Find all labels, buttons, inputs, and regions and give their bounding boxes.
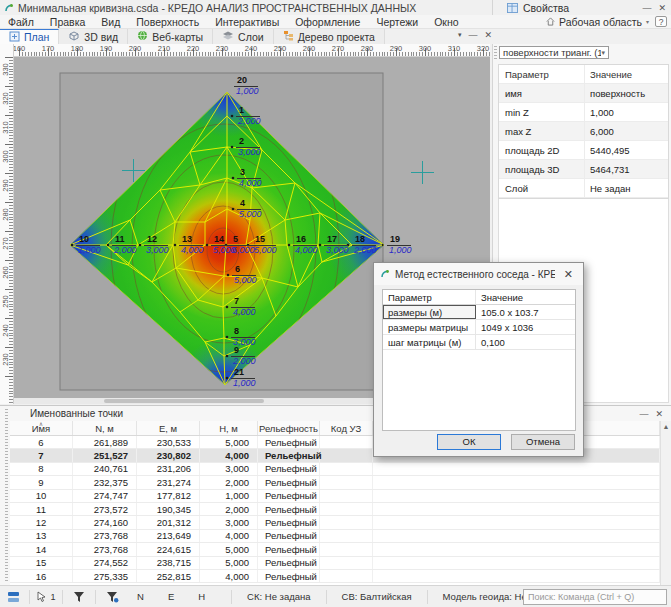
command-search-input[interactable] xyxy=(523,589,667,605)
dialog-parameter-row[interactable]: шаг матрицы (м)0,100 xyxy=(383,335,575,350)
table-row-point-15[interactable]: 15274,552238,7155,000Рельефный xyxy=(10,557,660,570)
table-row-point-12[interactable]: 12274,160201,3123,000Рельефный xyxy=(10,516,660,529)
help-icon[interactable]: ? xyxy=(655,16,667,27)
ruler-tick-label: 280 xyxy=(361,44,374,53)
ruler-tick-label: 310 xyxy=(448,44,461,53)
ok-button[interactable]: ОК xyxy=(437,434,501,450)
workspace-label: Рабочая область xyxy=(559,16,642,28)
menu-item-поверхность[interactable]: Поверхность xyxy=(128,16,207,28)
ruler-tick-label: 210 xyxy=(158,44,171,53)
layers-status-icon[interactable] xyxy=(0,588,26,606)
properties-panel-header: Свойства — ✕ xyxy=(492,0,671,15)
property-row[interactable]: имяповерхность xyxy=(499,84,668,103)
status-coord-n[interactable]: N xyxy=(125,591,156,602)
ruler-tick-label: 170 xyxy=(42,44,55,53)
column-header-4[interactable]: Рельефность xyxy=(258,421,320,435)
property-row[interactable]: min Z1,000 xyxy=(499,103,668,122)
table-row-point-13[interactable]: 13273,768213,6494,000Рельефный xyxy=(10,530,660,543)
properties-icon xyxy=(507,3,518,13)
sort-asc-icon: ∧ xyxy=(39,420,43,427)
view-tab-strip: План3D видВеб-картыСлоиДерево проекта ▾ … xyxy=(0,29,671,44)
column-header-2[interactable]: E, м xyxy=(137,421,200,435)
dialog-parameter-row[interactable]: размеры (м)105.0 x 103.7 xyxy=(383,305,575,320)
app-window: Минимальная кривизна.csda - КРЕДО АНАЛИЗ… xyxy=(0,0,671,607)
table-vertical-scrollbar[interactable]: ▲ xyxy=(660,421,671,586)
pane-menu-icon[interactable]: ▾ xyxy=(458,31,462,39)
panel-minimize-icon[interactable]: — xyxy=(639,409,648,419)
status-coordinate-system[interactable]: СК: Не задана xyxy=(235,591,322,602)
pane-close-icon[interactable]: ✕ xyxy=(485,30,493,40)
menu-item-файл[interactable]: Файл xyxy=(0,16,42,28)
column-header-1[interactable]: N, м xyxy=(73,421,137,435)
panel-grip[interactable] xyxy=(494,46,497,59)
menu-item-окно[interactable]: Окно xyxy=(426,16,466,28)
property-row[interactable]: СлойНе задан xyxy=(499,179,668,198)
menu-item-интерактивы[interactable]: Интерактивы xyxy=(207,16,287,28)
menu-item-чертежи[interactable]: Чертежи xyxy=(368,16,426,28)
ruler-tick-label: 280 xyxy=(1,206,10,224)
chevron-down-icon: ▾ xyxy=(601,49,605,57)
table-row-point-14[interactable]: 14273,768224,6155,000Рельефный xyxy=(10,543,660,556)
ruler-tick-label: 320 xyxy=(477,44,490,53)
column-header-5[interactable]: Код УЗ xyxy=(320,421,373,435)
dialog-parameters-table: ПараметрЗначениеразмеры (м)105.0 x 103.7… xyxy=(382,289,576,431)
dialog-close-icon[interactable]: ✕ xyxy=(560,268,577,281)
tab-дерево-проекта[interactable]: Дерево проекта xyxy=(274,29,385,44)
properties-close-icon[interactable]: ✕ xyxy=(658,3,666,13)
table-row-point-9[interactable]: 9232,375231,2742,000Рельефный xyxy=(10,476,660,489)
panel-grip[interactable] xyxy=(5,409,8,583)
ruler-tick-label: 320 xyxy=(1,90,10,108)
tab-слои[interactable]: Слои xyxy=(213,29,274,44)
status-coord-h[interactable]: H xyxy=(186,591,217,602)
property-row[interactable]: площадь 2D5440,495 xyxy=(499,141,668,160)
selection-cursor-icon[interactable]: 1 xyxy=(33,588,59,606)
object-selector-dropdown[interactable]: поверхности трианг. (1) ▾ xyxy=(499,46,609,59)
ruler-tick-label: 300 xyxy=(419,44,432,53)
globe-icon xyxy=(137,30,148,43)
column-header-0[interactable]: ∧Имя xyxy=(10,421,73,435)
menu-item-вид[interactable]: Вид xyxy=(93,16,128,28)
properties-minimize-icon[interactable]: — xyxy=(642,3,651,13)
table-row-point-16[interactable]: 16275,335252,8154,000Рельефный xyxy=(10,570,660,583)
named-points-title: Именованные точки xyxy=(30,408,123,419)
tree-icon xyxy=(283,30,294,43)
filter-clear-icon[interactable] xyxy=(99,588,125,606)
ruler-tick-label: 200 xyxy=(129,44,142,53)
dialog-table-header: ПараметрЗначение xyxy=(383,290,575,305)
column-header-3[interactable]: H, м xyxy=(200,421,258,435)
horizontal-ruler: 1601701801902002102202302402502602702802… xyxy=(14,44,490,57)
menu-item-правка[interactable]: Правка xyxy=(42,16,93,28)
property-row[interactable]: ПараметрЗначение xyxy=(499,65,668,84)
ruler-tick-label: 290 xyxy=(1,177,10,195)
object-selector-value: поверхности трианг. (1) xyxy=(503,47,601,58)
dialog-title-bar[interactable]: Метод естественного соседа - КРЕДО АНАЛИ… xyxy=(374,263,583,285)
filter-icon[interactable] xyxy=(66,588,92,606)
menu-item-оформление[interactable]: Оформление xyxy=(287,16,368,28)
dialog-parameter-row[interactable]: размеры матрицы1049 x 1036 xyxy=(383,320,575,335)
scroll-up-icon[interactable]: ▲ xyxy=(661,421,671,430)
workspace-control[interactable]: Рабочая область ▾ xyxy=(546,16,649,28)
ruler-tick-label: 180 xyxy=(71,44,84,53)
tab-3d-вид[interactable]: 3D вид xyxy=(59,29,128,44)
table-row-point-8[interactable]: 8240,761231,2063,000Рельефный xyxy=(10,463,660,476)
window-title: Минимальная кривизна.csda - КРЕДО АНАЛИЗ… xyxy=(18,2,416,14)
ruler-tick-label: 220 xyxy=(187,44,200,53)
status-height-system[interactable]: СВ: Балтийская xyxy=(330,591,424,602)
ruler-tick-label: 330 xyxy=(1,61,10,79)
pane-minimize-icon[interactable]: — xyxy=(469,30,478,40)
table-row-point-10[interactable]: 10274,747177,8121,000Рельефный xyxy=(10,490,660,503)
plan-icon xyxy=(9,31,20,44)
table-row-point-11[interactable]: 11273,572190,3452,000Рельефный xyxy=(10,503,660,516)
dialog-title: Метод естественного соседа - КРЕДО АНАЛИ… xyxy=(395,269,555,280)
ruler-tick-label: 250 xyxy=(1,293,10,311)
natural-neighbor-dialog: Метод естественного соседа - КРЕДО АНАЛИ… xyxy=(373,262,584,457)
property-row[interactable]: площадь 3D5464,731 xyxy=(499,160,668,179)
tab-веб-карты[interactable]: Веб-карты xyxy=(128,29,213,44)
ruler-tick-label: 300 xyxy=(1,148,10,166)
selection-count: 1 xyxy=(50,592,55,602)
cancel-button[interactable]: Отмена xyxy=(511,434,575,450)
panel-close-icon[interactable]: ✕ xyxy=(655,409,663,419)
property-row[interactable]: max Z6,000 xyxy=(499,122,668,141)
tab-план[interactable]: План xyxy=(0,29,59,44)
status-coord-e[interactable]: E xyxy=(156,591,186,602)
